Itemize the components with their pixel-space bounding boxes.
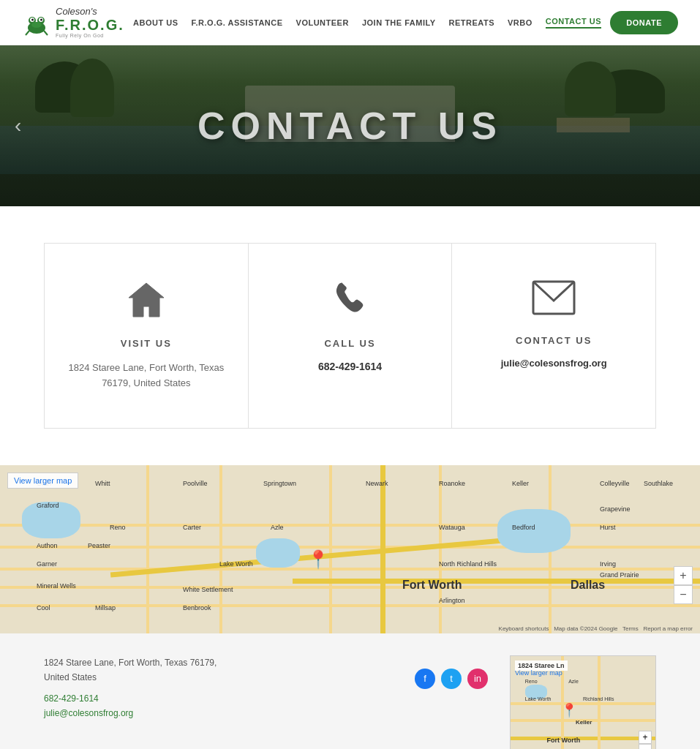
donate-button[interactable]: DONATE [610, 11, 678, 34]
map-city-grand-prairie: Grand Prairie [600, 571, 639, 579]
site-footer: 1824 Staree Lane, Fort Worth, Texas 7617… [0, 633, 700, 749]
map-city-graford: Graford [37, 502, 59, 509]
call-us-phone: 682-429-1614 [271, 361, 430, 372]
map-city-bedford: Bedford [512, 524, 535, 531]
contact-cards-container: VISIT US 1824 Staree Lane, Fort Worth, T… [44, 243, 656, 429]
footer-map-label-lake-worth: Lake Worth [525, 696, 552, 701]
footer-map-zoom: + − [639, 731, 652, 749]
footer-address: 1824 Staree Lane, Fort Worth, Texas 7617… [44, 655, 393, 685]
footer-map: 1824 Staree Ln View larger map Reno Azle… [510, 655, 656, 749]
logo-tagline: Fully Rely On God [56, 33, 124, 39]
nav-retreats[interactable]: RETREATS [449, 18, 494, 27]
facebook-icon[interactable]: f [415, 669, 435, 689]
nav-volunteer[interactable]: VOLUNTEER [296, 18, 349, 27]
call-us-card: CALL US 682-429-1614 [249, 244, 453, 428]
footer-left: 1824 Staree Lane, Fort Worth, Texas 7617… [44, 655, 393, 719]
map-city-authon: Authon [37, 542, 58, 549]
social-icons-container: f t in [415, 669, 488, 689]
nav-frog-assistance[interactable]: F.R.O.G. ASSISTANCE [192, 18, 283, 27]
contact-us-card-title: CONTACT US [474, 335, 633, 346]
visit-us-title: VISIT US [67, 338, 226, 349]
contact-us-card: CONTACT US julie@colesonsfrog.org [452, 244, 655, 428]
footer-map-marker: 📍 [561, 702, 577, 718]
twitter-icon[interactable]: t [441, 669, 462, 689]
nav-contact-us[interactable]: CONTACT US [546, 17, 601, 29]
map-city-fortworth: Fort Worth [402, 579, 462, 592]
map-road [0, 524, 700, 527]
map-road [329, 465, 332, 633]
map-city-newark: Newark [366, 480, 388, 487]
footer-map-road [511, 702, 655, 705]
main-nav: ABOUT US F.R.O.G. ASSISTANCE VOLUNTEER J… [133, 17, 601, 29]
map-city-mineralwells: Mineral Wells [37, 582, 76, 590]
svg-marker-10 [129, 283, 164, 317]
map-city-cool: Cool [37, 604, 50, 611]
nav-about-us[interactable]: ABOUT US [133, 18, 178, 27]
map-city-watauga: Watauga [439, 524, 465, 531]
instagram-icon[interactable]: in [467, 669, 488, 689]
logo-text: Coleson's F.R.O.G. Fully Rely On God [56, 7, 124, 39]
map-highway [380, 465, 385, 633]
svg-point-7 [31, 22, 42, 28]
map-zoom-in[interactable]: + [674, 566, 693, 585]
footer-email[interactable]: julie@colesonsfrog.org [44, 708, 393, 718]
footer-content: 1824 Staree Lane, Fort Worth, Texas 7617… [44, 655, 656, 749]
footer-map-label-azle: Azle [568, 679, 579, 684]
map-road [439, 465, 442, 633]
map-city-keller: Keller [512, 480, 529, 487]
frog-logo-icon [22, 7, 51, 37]
email-icon [474, 280, 633, 323]
phone-icon [271, 280, 430, 326]
contact-us-email: julie@colesonsfrog.org [474, 358, 633, 369]
map-city-nrichlandhills: North Richland Hills [439, 560, 497, 568]
map-road [219, 465, 222, 633]
site-header: Coleson's F.R.O.G. Fully Rely On God ABO… [0, 0, 700, 45]
contact-cards-section: VISIT US 1824 Staree Lane, Fort Worth, T… [0, 206, 700, 465]
map-city-hurst: Hurst [600, 524, 616, 531]
map-city-colleyville: Colleyville [600, 480, 630, 487]
map-city-roanoke: Roanoke [439, 480, 465, 487]
svg-point-6 [40, 19, 42, 21]
map-city-whitt: Whitt [95, 480, 110, 487]
map-city-carter: Carter [183, 524, 201, 531]
map-canvas: Oran Whitt Poolville Springtown Newark R… [0, 465, 700, 633]
map-city-southlake: Southlake [644, 480, 673, 487]
map-city-irving: Irving [600, 560, 616, 568]
footer-map-road-v [598, 656, 601, 749]
view-larger-map-link[interactable]: View larger map [7, 473, 78, 489]
map-road [146, 465, 149, 633]
footer-map-label-keller: Keller [576, 719, 592, 726]
svg-point-5 [31, 19, 34, 21]
hero-section: ‹ CONTACT US [0, 45, 700, 206]
map-location-marker: 📍 [307, 549, 329, 570]
nav-vrbo[interactable]: VRBO [508, 18, 532, 27]
footer-map-label-fortworth: Fort Worth [547, 737, 581, 744]
map-city-peaster: Peaster [88, 542, 110, 549]
map-city-arlington: Arlington [439, 597, 465, 604]
svg-line-8 [26, 31, 29, 35]
logo-frog: F.R.O.G. [56, 17, 124, 33]
footer-zoom-out[interactable]: − [639, 744, 652, 749]
footer-zoom-in[interactable]: + [639, 731, 652, 744]
map-highway [293, 579, 700, 584]
logo[interactable]: Coleson's F.R.O.G. Fully Rely On God [22, 7, 124, 39]
visit-us-card: VISIT US 1824 Staree Lane, Fort Worth, T… [45, 244, 249, 428]
map-water [497, 509, 571, 553]
visit-us-info: 1824 Staree Lane, Fort Worth, Texas 7617… [67, 361, 226, 391]
nav-join-family[interactable]: JOIN THE FAMILY [362, 18, 436, 27]
map-road [0, 568, 700, 571]
hero-left-arrow[interactable]: ‹ [15, 114, 21, 138]
svg-line-9 [44, 31, 48, 35]
footer-social: f t in [415, 655, 488, 689]
footer-view-larger-map[interactable]: View larger map [515, 669, 562, 677]
map-zoom-out[interactable]: − [674, 585, 693, 604]
logo-name: Coleson's [56, 7, 124, 17]
call-us-title: CALL US [271, 338, 430, 349]
house-icon [67, 280, 226, 326]
map-water [256, 538, 300, 568]
map-city-lakeworth: Lake Worth [219, 560, 253, 568]
map-city-reno: Reno [110, 524, 126, 531]
footer-phone[interactable]: 682-429-1614 [44, 693, 393, 704]
map-city-dallas: Dallas [571, 579, 605, 592]
map-city-azle: Azle [271, 524, 284, 531]
